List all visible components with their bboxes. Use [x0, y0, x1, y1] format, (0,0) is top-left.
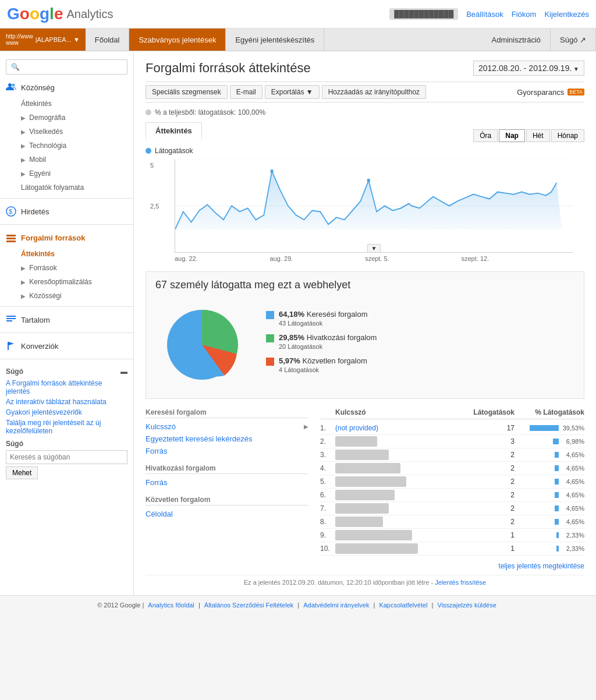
sidebar-item-forgalmi-label: Forgalmi források [21, 234, 86, 242]
tab-egyeni[interactable]: Egyéni jelentéskészítés [226, 29, 324, 51]
left-table: Keresési forgalom Kulcsszó ▶ Egyeztetett… [146, 408, 308, 570]
stats-title: 67 személy látogatta meg ezt a webhelyet [155, 279, 574, 291]
legend-text-2: 29,85% Hivatkozási forgalom 20 Látogatás… [279, 333, 377, 351]
keyword-link-1[interactable]: (not provided) [335, 424, 378, 432]
export-btn[interactable]: Exportálás ▼ [265, 85, 320, 99]
google-logo: Google [7, 5, 63, 23]
help-section: Súgó ▬ A Forgalmi források áttekintése j… [0, 363, 133, 484]
sidebar-sub-keresoptim[interactable]: ▶ Keresőoptimalizálás [0, 275, 133, 289]
pct-bar-8 [555, 519, 559, 525]
svg-text:$: $ [9, 208, 12, 215]
footer-link-contact[interactable]: Kapcsolatfelvétel [379, 602, 427, 609]
pct-bar-10 [556, 546, 559, 551]
time-btn-het[interactable]: Hét [526, 129, 550, 142]
site-label: |ALAPBEA... ▼ [36, 36, 80, 43]
page-title: Forgalmi források áttekintése [146, 61, 311, 76]
add-dashboard-btn[interactable]: Hozzáadás az irányítópulthoz [322, 85, 426, 99]
help-search: Mehet [6, 450, 127, 479]
sidebar-item-hirdetes-label: Hirdetés [21, 207, 49, 216]
chart-area: Látogatások 5 2,5 0 [146, 147, 584, 262]
sidebar-sub-egyeni[interactable]: ▶ Egyéni [0, 167, 133, 181]
sidebar-sub-viselkedes[interactable]: ▶ Viselkedés [0, 125, 133, 139]
sidebar-sub-mobil[interactable]: ▶ Mobil [0, 153, 133, 167]
account-link[interactable]: Fiókom [512, 10, 537, 19]
time-btn-honap[interactable]: Hónap [551, 129, 584, 142]
chart-legend-dot [146, 148, 151, 154]
help-link-4[interactable]: Találja meg réi jelentéseit az új kezelő… [6, 419, 127, 435]
report-refresh-link[interactable]: Jelentés frissítése [435, 579, 486, 586]
pct-bar-5 [555, 479, 559, 485]
help-minimize-icon[interactable]: ▬ [120, 367, 127, 376]
svg-marker-11 [9, 342, 14, 345]
sidebar-item-konverziok[interactable]: Konverziók [0, 337, 133, 355]
help-section-label: Súgó [6, 440, 127, 448]
tab-attekintes[interactable]: Áttekintés [146, 122, 202, 140]
sidebar-item-kozonseg[interactable]: Közönség [0, 78, 133, 97]
sidebar-sub-latogatok[interactable]: Látogatók folyamata [0, 181, 133, 195]
time-btn-ora[interactable]: Óra [473, 129, 498, 142]
left-category-keresesi: Keresési forgalom Kulcsszó ▶ Egyeztetett… [146, 408, 308, 457]
full-report-link[interactable]: teljes jelentés megtekintése [499, 562, 584, 570]
search-input[interactable] [6, 59, 127, 75]
copyright: © 2012 Google [97, 602, 140, 609]
sidebar-sub-f-attekintes[interactable]: Áttekintés [0, 247, 133, 261]
beta-badge: BÉTA [567, 89, 584, 96]
sidebar-sub-technologia[interactable]: ▶ Technológia [0, 139, 133, 153]
settings-link[interactable]: Beállítások [466, 10, 503, 19]
sidebar-item-forgalmi[interactable]: Forgalmi források [0, 228, 133, 247]
legend-color-1 [266, 311, 274, 319]
chart-container: ▼ [175, 160, 573, 253]
left-category-keresesi-title: Keresési forgalom [146, 408, 308, 418]
tab-szabvanyos[interactable]: Szabványos jelentések [129, 29, 226, 51]
svg-point-14 [270, 169, 274, 173]
header-visits: Látogatások [468, 408, 515, 416]
legend-color-2 [266, 334, 274, 342]
sidebar-sub-demografia[interactable]: ▶ Demográfia [0, 111, 133, 125]
site-selector[interactable]: http://www www |ALAPBEA... ▼ [0, 29, 86, 51]
date-range-selector[interactable]: 2012.08.20. - 2012.09.19. [473, 61, 584, 76]
chart-x-labels: aug. 22. aug. 29. szept. 5. szept. 12. [146, 253, 584, 262]
sidebar-sub-attekintes[interactable]: Áttekintés [0, 97, 133, 111]
sidebar-item-hirdetes[interactable]: $ Hirdetés [0, 202, 133, 221]
stats-content: 64,18% Keresési forgalom 43 Látogatások … [155, 298, 574, 391]
left-link-celoldal[interactable]: Céloldal [146, 508, 308, 520]
tab-fooldal[interactable]: Főoldal [86, 29, 130, 51]
tab-sugo[interactable]: Súgó ↗ [551, 29, 596, 51]
left-link-forras2[interactable]: Forrás [146, 476, 308, 489]
left-link-kulcsszo[interactable]: Kulcsszó ▶ [146, 420, 308, 433]
svg-point-15 [367, 179, 371, 182]
help-link-2[interactable]: Az interaktív táblázat használata [6, 398, 127, 406]
help-search-btn[interactable]: Mehet [6, 466, 38, 479]
tab-adminisztralas[interactable]: Adminisztráció [482, 29, 551, 51]
right-table-header: Kulcsszó Látogatások % Látogatások [320, 408, 584, 419]
footer-link-privacy[interactable]: Adatvédelmi irányelvek [303, 602, 369, 609]
left-link-forras1[interactable]: Forrás [146, 445, 308, 457]
pie-chart [155, 298, 249, 391]
chart-legend-label: Látogatások [155, 147, 193, 155]
footer-link-analytics[interactable]: Analytics főoldal [148, 602, 194, 609]
page-footer: © 2012 Google | Analytics főoldal | Álta… [0, 595, 596, 614]
chart-collapse-btn[interactable]: ▼ [367, 244, 381, 253]
site-url: http://www www [6, 33, 33, 46]
header: Google Analytics ████████████ Beállításo… [0, 0, 596, 29]
footer-link-aszf[interactable]: Általános Szerződési Feltételek [204, 602, 293, 609]
sidebar-item-tartalom-label: Tartalom [21, 316, 50, 324]
email-btn[interactable]: E-mail [230, 85, 262, 99]
sidebar-sub-kozossegi[interactable]: ▶ Közösségi [0, 289, 133, 303]
help-link-1[interactable]: A Forgalmi források áttekintése jelentés [6, 379, 127, 395]
pct-bar-2 [553, 439, 559, 444]
left-category-hivatkozasi-title: Hivatkozási forgalom [146, 464, 308, 474]
help-link-3[interactable]: Gyakori jelentésvezérlők [6, 408, 127, 416]
table-row: 8. xx 2 4,65% [320, 515, 584, 529]
help-search-input[interactable] [6, 450, 127, 464]
table-row: 9. xx 1 2,33% [320, 529, 584, 542]
logout-link[interactable]: Kijelentkezés [544, 10, 589, 19]
svg-rect-9 [6, 320, 12, 321]
special-segments-btn[interactable]: Speciális szegmensek [146, 85, 228, 99]
left-link-egyeztetett[interactable]: Egyeztetett keresési lekérdezés [146, 433, 308, 445]
segment-info: % a teljesből: látogatások: 100,00% [146, 108, 584, 116]
footer-link-feedback[interactable]: Visszajelzés küldése [438, 602, 496, 609]
sidebar-item-tartalom[interactable]: Tartalom [0, 310, 133, 329]
time-btn-nap[interactable]: Nap [499, 129, 525, 142]
sidebar-sub-forrasok[interactable]: ▶ Források [0, 261, 133, 275]
